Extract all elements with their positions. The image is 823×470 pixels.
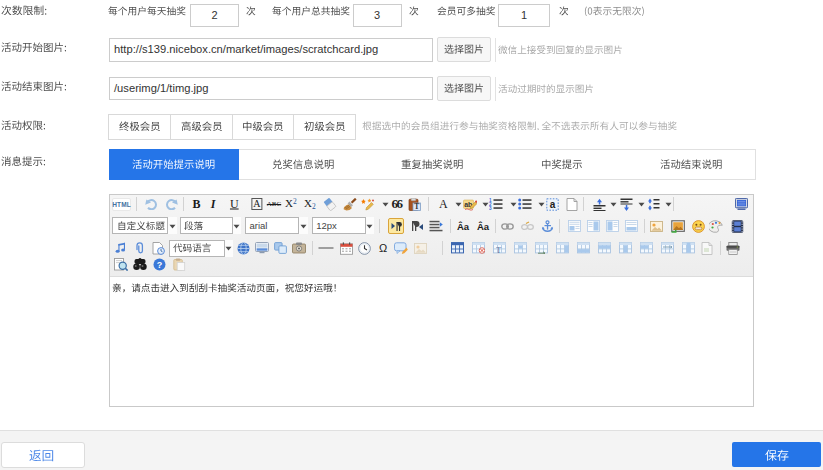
svg-text:T: T bbox=[414, 202, 419, 211]
svg-text:T: T bbox=[496, 246, 501, 255]
svg-text:a: a bbox=[549, 199, 555, 210]
svg-text:?: ? bbox=[156, 260, 162, 270]
svg-text:3: 3 bbox=[489, 207, 492, 211]
